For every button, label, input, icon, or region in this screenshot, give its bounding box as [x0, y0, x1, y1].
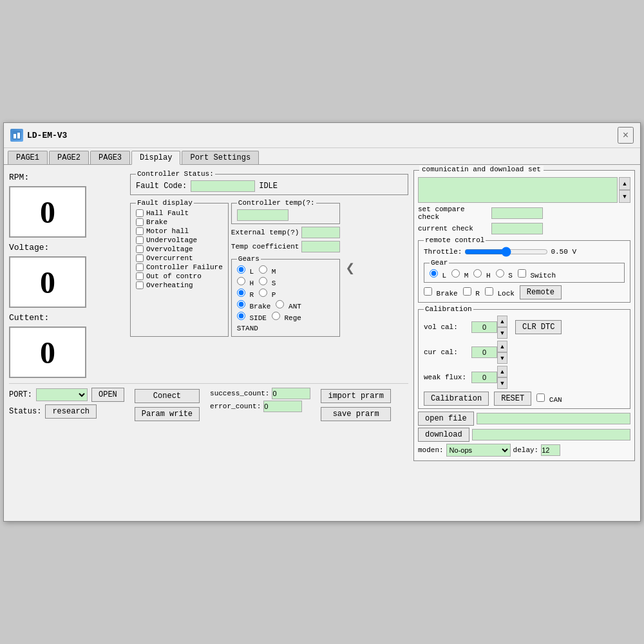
gear-opt-s[interactable]: S — [496, 269, 513, 279]
r-check-label[interactable]: R — [463, 287, 480, 298]
gear-p[interactable]: P — [259, 289, 276, 299]
open-button[interactable]: OPEN — [91, 388, 124, 402]
gear-r[interactable]: R — [237, 289, 254, 299]
weak-flux-input[interactable] — [471, 372, 497, 383]
download-button[interactable]: download — [418, 428, 469, 442]
controller-status-legend: Controller Status: — [136, 170, 215, 178]
fault-overcurrent-check[interactable] — [136, 254, 144, 262]
title-bar: LD-EM-V3 × — [4, 123, 640, 148]
gear-brake-radio[interactable]: Brake — [237, 300, 271, 310]
set-compare-input[interactable] — [491, 207, 543, 219]
fault-code-input[interactable] — [191, 180, 255, 192]
controller-temp-input[interactable] — [237, 209, 289, 221]
success-count-label: success_count: — [210, 390, 269, 397]
current-check-input[interactable] — [491, 223, 543, 234]
brake-check[interactable] — [424, 287, 432, 296]
external-temp-label: External temp(?) — [231, 229, 299, 236]
vol-cal-row: vol cal: ▲ ▼ CLR DTC — [424, 316, 625, 339]
research-button[interactable]: research — [45, 404, 97, 419]
gear-l[interactable]: L — [237, 265, 254, 276]
can-check[interactable] — [536, 393, 545, 402]
weak-flux-row: weak flux: ▲ ▼ — [424, 366, 625, 389]
fault-overheating: Overheating — [136, 281, 223, 289]
port-select[interactable] — [36, 388, 88, 401]
gear-m[interactable]: M — [259, 265, 276, 276]
gear-opt-h[interactable]: H — [473, 269, 490, 279]
temp-coeff-input[interactable] — [301, 241, 340, 252]
vol-cal-input[interactable] — [471, 321, 497, 333]
title-bar-left: LD-EM-V3 — [10, 129, 67, 142]
left-panel: RPM: 0 Voltage: 0 Cuttent: 0 — [9, 170, 408, 461]
delay-input[interactable] — [541, 444, 560, 456]
remote-button[interactable]: Remote — [520, 285, 562, 299]
cur-cal-input[interactable] — [471, 346, 497, 358]
fault-undervoltage-check[interactable] — [136, 236, 144, 244]
tab-port-settings[interactable]: Port Settings — [182, 151, 259, 164]
tab-page1[interactable]: PAGE1 — [8, 151, 48, 164]
gear-side[interactable]: SIDE — [237, 312, 267, 322]
fault-hall: Hall Fault — [136, 209, 223, 217]
status-row: Status: research — [9, 404, 124, 419]
tab-display[interactable]: Display — [131, 151, 180, 165]
open-file-button[interactable]: open file — [418, 412, 474, 426]
fault-undervoltage-label: Undervoltage — [146, 236, 197, 244]
moden-select[interactable]: No-ops — [446, 444, 511, 457]
calibration-button[interactable]: Calibration — [424, 392, 489, 406]
download-input[interactable] — [472, 429, 630, 440]
controller-status-box: Controller Status: Fault Code: IDLE — [130, 170, 408, 195]
switch-check[interactable] — [518, 269, 526, 278]
can-label[interactable]: CAN — [536, 393, 562, 404]
weak-flux-down[interactable]: ▼ — [497, 377, 507, 389]
reset-button[interactable]: RESET — [494, 392, 531, 406]
vol-cal-spin: ▲ ▼ — [471, 316, 507, 339]
rpm-display: 0 — [9, 186, 86, 238]
lock-check-label[interactable]: Lock — [485, 287, 515, 298]
param-write-button[interactable]: Param write — [135, 407, 200, 421]
gear-s[interactable]: S — [259, 277, 276, 287]
vol-cal-down[interactable]: ▼ — [497, 327, 507, 339]
vol-cal-up[interactable]: ▲ — [497, 316, 507, 327]
fault-overvoltage-check[interactable] — [136, 245, 144, 253]
switch-label[interactable]: Switch — [518, 269, 556, 279]
external-temp-row: External temp(?) — [231, 227, 341, 238]
fault-overheating-check[interactable] — [136, 281, 144, 289]
clr-dtc-button[interactable]: CLR DTC — [515, 320, 562, 334]
comm-textarea[interactable] — [418, 177, 618, 203]
success-count-input[interactable] — [272, 388, 310, 399]
fault-brake-check[interactable] — [136, 218, 144, 226]
throttle-value: 0.50 V — [551, 248, 576, 256]
lock-check[interactable] — [485, 287, 493, 296]
gear-opt-m[interactable]: M — [451, 269, 468, 279]
fault-controllerfailure-check[interactable] — [136, 263, 144, 271]
brake-check-label[interactable]: Brake — [424, 287, 458, 298]
connect-button[interactable]: Conect — [135, 389, 200, 403]
gear-h[interactable]: H — [237, 277, 254, 287]
error-count-input[interactable] — [263, 401, 302, 412]
app-icon — [10, 129, 23, 142]
gear-opt-l[interactable]: L — [430, 269, 446, 279]
set-compare-label: set compare check — [418, 205, 489, 221]
cur-cal-up[interactable]: ▲ — [497, 341, 507, 352]
external-temp-input[interactable] — [301, 227, 340, 238]
import-button[interactable]: import prarm — [321, 389, 390, 403]
tab-page2[interactable]: PAGE2 — [49, 151, 89, 164]
tab-page3[interactable]: PAGE3 — [90, 151, 130, 164]
gear-legend: Gear — [430, 259, 449, 267]
scroll-up-btn[interactable]: ▲ — [619, 177, 630, 190]
current-row: Cuttent: — [9, 313, 125, 323]
fault-outofcontrol-check[interactable] — [136, 272, 144, 280]
gear-rege[interactable]: Rege — [272, 312, 301, 322]
open-file-input[interactable] — [477, 413, 630, 424]
cur-cal-down[interactable]: ▼ — [497, 352, 507, 364]
scroll-down-btn[interactable]: ▼ — [619, 190, 630, 203]
weak-flux-up[interactable]: ▲ — [497, 366, 507, 377]
r-check[interactable] — [463, 287, 471, 296]
temp-coeff-row: Temp coefficient — [231, 241, 341, 252]
fault-hall-check[interactable] — [136, 209, 144, 217]
close-button[interactable]: × — [618, 127, 634, 144]
throttle-slider[interactable] — [464, 247, 548, 257]
save-button[interactable]: save prarm — [321, 407, 390, 421]
fault-motorhall-check[interactable] — [136, 227, 144, 235]
remote-control-legend: remote control — [424, 236, 486, 244]
gear-ant[interactable]: ANT — [276, 300, 301, 310]
